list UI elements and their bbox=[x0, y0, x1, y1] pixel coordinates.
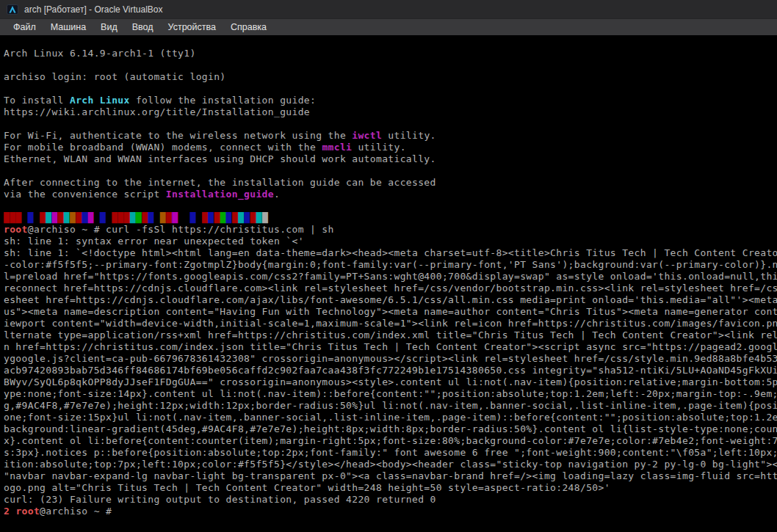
terminal-line: BWyv/SyQL6p8qkOPP8dyJJseF1FDgGUA==" cros… bbox=[4, 376, 777, 388]
terminal-line: n href=https://christitus.com/index.json… bbox=[4, 341, 777, 353]
terminal-line: sh: line 1: `<!doctype html><html lang=e… bbox=[4, 247, 777, 259]
terminal-line: ype:none;font-size:14px}.content ul li:n… bbox=[4, 388, 777, 400]
terminal-line bbox=[4, 165, 777, 177]
terminal-line: 2 root@archiso ~ # bbox=[4, 506, 777, 517]
terminal-line: https://wiki.archlinux.org/title/Install… bbox=[4, 106, 777, 118]
terminal-line: s:3px}.notices p::before{position:absolu… bbox=[4, 447, 777, 459]
terminal-line: For mobile broadband (WWAN) modems, conn… bbox=[4, 142, 777, 153]
terminal-line: Ethernet, WLAN and WWAN interfaces using… bbox=[4, 153, 777, 165]
terminal-screen[interactable]: Arch Linux 6.14.9-arch1-1 (tty1) archiso… bbox=[0, 35, 777, 532]
terminal-line: via the convenience script Installation_… bbox=[4, 189, 777, 200]
terminal-line: reconnect href=https://cdnjs.cloudflare.… bbox=[4, 283, 777, 294]
terminal-line: sh: line 1: syntax error near unexpected… bbox=[4, 236, 777, 247]
terminal-line: To install Arch Linux follow the install… bbox=[4, 95, 777, 106]
virtualbox-window: arch [Работает] - Oracle VirtualBox Файл… bbox=[0, 0, 777, 532]
terminal-line: ygoogle.js?client=ca-pub-667967836143230… bbox=[4, 353, 777, 365]
terminal-line: After connecting to the internet, the in… bbox=[4, 177, 777, 189]
terminal-line: l=preload href="https://fonts.googleapis… bbox=[4, 271, 777, 283]
terminal-line: x}.content ol li:before{content:counter(… bbox=[4, 435, 777, 447]
menu-bar: ФайлМашинаВидВводУстройстваСправка bbox=[0, 19, 777, 35]
terminal-line bbox=[4, 59, 777, 71]
terminal-line: curl: (23) Failure writing output to des… bbox=[4, 494, 777, 506]
terminal-line: ███ █ █████████ █ ███████ ███ █ ████████… bbox=[4, 212, 777, 224]
menu-item-help[interactable]: Справка bbox=[223, 21, 274, 34]
menu-item-file[interactable]: Файл bbox=[6, 21, 43, 34]
terminal-line bbox=[4, 83, 777, 95]
terminal-line: acb97420893bab75d346ff84686174bf69be056c… bbox=[4, 365, 777, 376]
window-title: arch [Работает] - Oracle VirtualBox bbox=[24, 4, 163, 15]
menu-item-input[interactable]: Ввод bbox=[125, 21, 161, 34]
terminal-line: For Wi-Fi, authenticate to the wireless … bbox=[4, 130, 777, 142]
terminal-line: lternate type=application/rss+xml href=h… bbox=[4, 329, 777, 341]
terminal-line: Arch Linux 6.14.9-arch1-1 (tty1) bbox=[4, 48, 777, 59]
terminal-line: ogo.png alt="Chris Titus Tech | Tech Con… bbox=[4, 482, 777, 494]
arch-vm-icon bbox=[7, 4, 18, 15]
terminal-line: one;font-size:15px}ul li:not(.nav-item,.… bbox=[4, 412, 777, 423]
terminal-line: archiso login: root (automatic login) bbox=[4, 71, 777, 83]
window-titlebar: arch [Работает] - Oracle VirtualBox bbox=[0, 0, 777, 19]
terminal-line: g,#9AC4F8,#7e7e7e);height:12px;width:12p… bbox=[4, 400, 777, 412]
menu-item-machine[interactable]: Машина bbox=[43, 21, 93, 34]
menu-item-view[interactable]: Вид bbox=[93, 21, 125, 34]
terminal-line bbox=[4, 118, 777, 130]
terminal-line: background:linear-gradient(45deg,#9AC4F8… bbox=[4, 423, 777, 435]
terminal-line: -color:#f5f5f5;--primary-font:ZgotmplZ}b… bbox=[4, 259, 777, 271]
terminal-line: "navbar navbar-expand-lg navbar-light bg… bbox=[4, 470, 777, 482]
terminal-line: root@archiso ~ # curl -fsSl https://chri… bbox=[4, 224, 777, 236]
menu-item-devices[interactable]: Устройства bbox=[161, 21, 223, 34]
terminal-line bbox=[4, 200, 777, 212]
terminal-line: us"><meta name=description content="Havi… bbox=[4, 306, 777, 318]
terminal-line: esheet href=https://cdnjs.cloudflare.com… bbox=[4, 294, 777, 306]
terminal-line: iewport content="width=device-width,init… bbox=[4, 318, 777, 329]
terminal-line: ition:absolute;top:7px;left:10px;color:#… bbox=[4, 459, 777, 470]
